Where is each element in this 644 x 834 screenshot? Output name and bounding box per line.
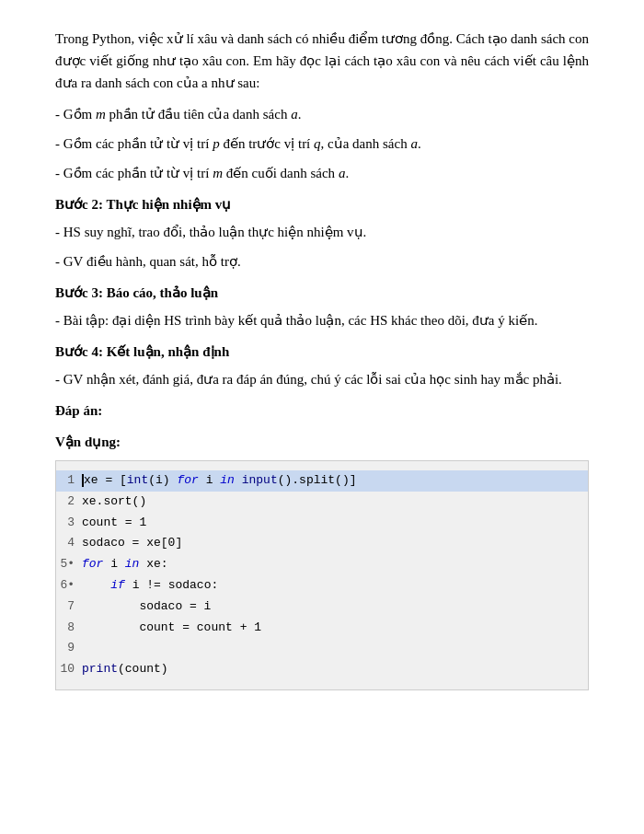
step4-item: - GV nhận xét, đánh giá, đưa ra đáp án đ… xyxy=(55,368,589,390)
code-line-5: 5• for i in xe: xyxy=(56,554,588,575)
italic-a-1: a xyxy=(291,107,298,122)
code-line-9: 9 xyxy=(56,638,588,659)
italic-a-2: a xyxy=(410,136,418,151)
main-content: Trong Python, việc xử lí xâu và danh sác… xyxy=(55,28,589,690)
list-item-2: - Gồm các phần tử từ vị trí p đến trước … xyxy=(55,133,589,155)
list-item-1: - Gồm m phần tử đầu tiên của danh sách a… xyxy=(55,103,589,125)
step4-heading: Bước 4: Kết luận, nhận định xyxy=(55,341,589,363)
line-num-5: 5• xyxy=(56,555,82,574)
line-content-7: sodaco = i xyxy=(82,597,588,617)
line-content-2: xe.sort() xyxy=(82,492,588,512)
line-num-3: 3 xyxy=(56,514,82,533)
line-num-10: 10 xyxy=(56,660,82,679)
italic-a-3: a xyxy=(339,166,346,180)
code-line-10: 10 print(count) xyxy=(56,659,588,680)
code-line-6: 6• if i != sodaco: xyxy=(56,575,588,597)
line-num-9: 9 xyxy=(56,639,82,658)
step3-heading: Bước 3: Báo cáo, thảo luận xyxy=(55,282,589,304)
italic-q: q xyxy=(314,136,321,151)
step2-item-2: - GV điều hành, quan sát, hỗ trợ. xyxy=(55,250,589,272)
line-content-9 xyxy=(82,639,588,658)
line-content-4: sodaco = xe[0] xyxy=(82,534,588,553)
line-num-2: 2 xyxy=(56,492,82,512)
step2-heading: Bước 2: Thực hiện nhiệm vụ xyxy=(55,193,589,215)
line-num-7: 7 xyxy=(56,597,82,617)
step3-item: - Bài tập: đại diện HS trình bày kết quả… xyxy=(55,309,589,331)
italic-m: m xyxy=(96,107,106,122)
line-content-5: for i in xe: xyxy=(82,555,588,574)
line-num-6: 6• xyxy=(56,576,82,596)
code-line-3: 3 count = 1 xyxy=(56,513,588,534)
line-num-1: 1 xyxy=(56,471,82,491)
step2-item-1: - HS suy nghĩ, trao đổi, thảo luận thực … xyxy=(55,221,589,243)
italic-m2: m xyxy=(213,166,223,180)
line-content-10: print(count) xyxy=(82,660,588,679)
line-num-4: 4 xyxy=(56,534,82,553)
list-item-3: - Gồm các phần tử từ vị trí m đến cuối d… xyxy=(55,162,589,184)
code-line-4: 4 sodaco = xe[0] xyxy=(56,533,588,554)
line-content-3: count = 1 xyxy=(82,514,588,533)
code-line-2: 2 xe.sort() xyxy=(56,492,588,513)
intro-paragraph: Trong Python, việc xử lí xâu và danh sác… xyxy=(55,28,589,94)
line-num-8: 8 xyxy=(56,619,82,638)
italic-p: p xyxy=(213,136,220,151)
code-line-1: 1 xe = [int(i) for i in input().split()] xyxy=(56,470,588,492)
answer-heading: Đáp án: xyxy=(55,400,589,422)
code-block: 1 xe = [int(i) for i in input().split()]… xyxy=(55,460,589,690)
line-content-6: if i != sodaco: xyxy=(82,576,588,596)
apply-heading: Vận dụng: xyxy=(55,431,589,453)
code-line-8: 8 count = count + 1 xyxy=(56,618,588,639)
code-line-7: 7 sodaco = i xyxy=(56,597,588,618)
line-content-8: count = count + 1 xyxy=(82,619,588,638)
line-content-1: xe = [int(i) for i in input().split()] xyxy=(82,471,588,491)
